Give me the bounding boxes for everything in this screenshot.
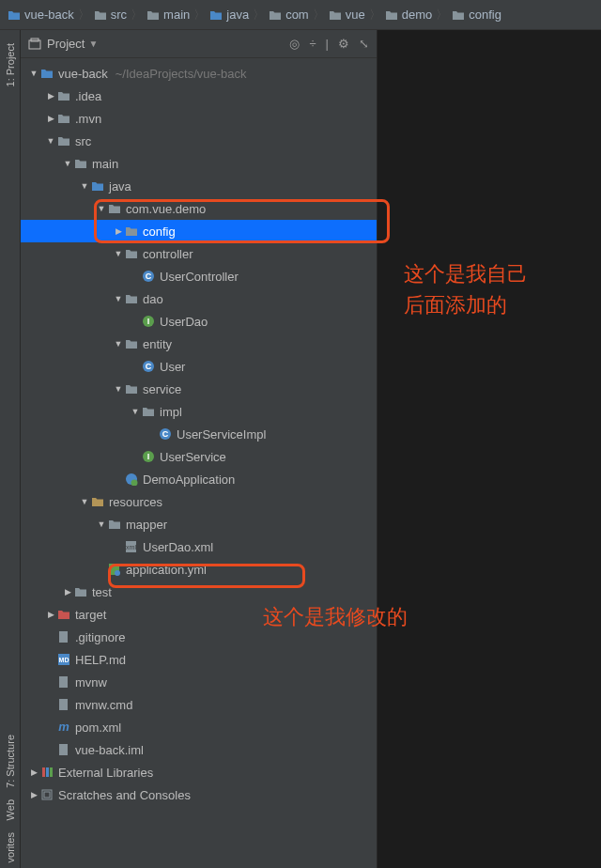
chevron-right-icon[interactable]: ▶ (28, 767, 39, 777)
chevron-right-icon[interactable]: ▶ (62, 587, 73, 597)
tree-label: src (75, 134, 91, 148)
tree-label: mvnw (75, 675, 107, 690)
project-panel-header: Project ▼ ◎ ÷ | ⚙ ⤡ (21, 30, 377, 58)
userdao-xml[interactable]: ▶xmlUserDao.xml (21, 535, 377, 558)
chevron-down-icon[interactable]: ▼ (113, 249, 124, 258)
chevron-down-icon[interactable]: ▼ (96, 519, 107, 529)
svg-rect-26 (46, 767, 49, 777)
iml[interactable]: ▶vue-back.iml (21, 738, 377, 761)
help-md[interactable]: ▶MDHELP.md (21, 648, 377, 671)
userserviceimpl[interactable]: ▶CUserServiceImpl (21, 423, 377, 445)
controller-package[interactable]: ▼controller (21, 242, 377, 265)
svg-point-17 (115, 570, 120, 576)
breadcrumb-item[interactable]: main (146, 8, 190, 22)
main-folder[interactable]: ▼main (21, 152, 377, 175)
user-class[interactable]: ▶CUser (21, 355, 377, 378)
svg-rect-24 (59, 744, 68, 755)
demoapp[interactable]: ▶DemoApplication (21, 468, 377, 490)
interface-icon: I (141, 450, 156, 463)
project-panel-title[interactable]: Project (47, 37, 85, 51)
breadcrumb-item[interactable]: vue-back (8, 8, 74, 22)
settings-button[interactable]: ⚙ (338, 37, 349, 51)
tree-label: java (109, 179, 131, 194)
tree-label: vue-back.iml (75, 743, 144, 757)
chevron-down-icon[interactable]: ▼ (79, 181, 90, 191)
scratches[interactable]: ▶Scratches and Consoles (21, 783, 377, 806)
chevron-down-icon[interactable]: ▼ (79, 497, 90, 506)
package-icon (124, 383, 139, 395)
service-package[interactable]: ▼service (21, 378, 377, 400)
svg-text:C: C (146, 271, 152, 281)
breadcrumb-item[interactable]: demo (385, 8, 433, 22)
userservice[interactable]: ▶IUserService (21, 445, 377, 468)
chevron-right-icon[interactable]: ▶ (45, 610, 56, 619)
breadcrumb-item[interactable]: java (209, 8, 249, 22)
dao-package[interactable]: ▼dao (21, 287, 377, 310)
tree-label: mvnw.cmd (75, 698, 132, 712)
tree-label: UserServiceImpl (177, 427, 266, 442)
svg-text:C: C (162, 429, 169, 439)
mapper-folder[interactable]: ▼mapper (21, 513, 377, 535)
folder-icon (8, 9, 21, 21)
mvnw-cmd[interactable]: ▶mvnw.cmd (21, 693, 377, 716)
gitignore[interactable]: ▶.gitignore (21, 626, 377, 648)
breadcrumb-item[interactable]: config (452, 8, 501, 22)
chevron-down-icon[interactable]: ▼ (88, 39, 98, 49)
chevron-down-icon[interactable]: ▼ (113, 384, 124, 394)
project-tree[interactable]: ▼vue-back~/IdeaProjects/vue-back▶.idea▶.… (21, 58, 377, 868)
pom-xml[interactable]: ▶mpom.xml (21, 716, 377, 738)
breadcrumb-separator: 〉 (193, 7, 206, 23)
project-panel: Project ▼ ◎ ÷ | ⚙ ⤡ ▼vue-back~/IdeaProje… (21, 30, 378, 868)
folder-icon (209, 9, 223, 21)
chevron-down-icon[interactable]: ▼ (113, 294, 124, 303)
chevron-right-icon[interactable]: ▶ (113, 226, 124, 236)
folder-icon (269, 9, 282, 21)
java-folder[interactable]: ▼java (21, 175, 377, 197)
root-module[interactable]: ▼vue-back~/IdeaProjects/vue-back (21, 62, 377, 85)
usercontroller[interactable]: ▶CUserController (21, 265, 377, 287)
entity-package[interactable]: ▼entity (21, 333, 377, 355)
svg-text:xml: xml (126, 544, 136, 550)
idea-folder[interactable]: ▶.idea (21, 85, 377, 107)
locate-button[interactable]: ◎ (289, 37, 300, 51)
breadcrumb-item[interactable]: vue (329, 8, 365, 22)
file-icon (56, 630, 71, 643)
mvnw[interactable]: ▶mvnw (21, 671, 377, 693)
package-icon (124, 338, 139, 349)
impl-package[interactable]: ▼impl (21, 400, 377, 423)
tree-label: dao (143, 292, 163, 306)
ext-libs[interactable]: ▶External Libraries (21, 761, 377, 783)
chevron-down-icon[interactable]: ▼ (62, 159, 73, 168)
src-folder[interactable]: ▼src (21, 130, 377, 152)
chevron-right-icon[interactable]: ▶ (28, 790, 39, 799)
chevron-down-icon[interactable]: ▼ (28, 69, 39, 78)
svg-text:I: I (147, 317, 150, 326)
tab-project[interactable]: 1: Project (5, 38, 16, 92)
tree-label: config (143, 225, 176, 239)
chevron-down-icon[interactable]: ▼ (113, 339, 124, 349)
tab-favorites[interactable]: vorites (5, 827, 16, 868)
breadcrumb-separator: 〉 (78, 7, 90, 23)
target-folder[interactable]: ▶target (21, 603, 377, 626)
tree-label: .gitignore (75, 630, 125, 644)
config-package[interactable]: ▶config (21, 220, 377, 242)
tab-structure[interactable]: 7: Structure (5, 729, 16, 794)
excluded-icon (56, 609, 71, 620)
test-folder[interactable]: ▶test (21, 581, 377, 603)
chevron-down-icon[interactable]: ▼ (130, 407, 141, 416)
hide-button[interactable]: ⤡ (359, 37, 369, 51)
breadcrumb-item[interactable]: com (269, 8, 309, 22)
chevron-right-icon[interactable]: ▶ (45, 91, 56, 101)
chevron-down-icon[interactable]: ▼ (45, 136, 56, 146)
package-com[interactable]: ▼com.vue.demo (21, 197, 377, 220)
tree-label: vue-back (58, 67, 108, 81)
expand-button[interactable]: ÷ (309, 37, 316, 51)
chevron-down-icon[interactable]: ▼ (96, 204, 107, 213)
mvn-folder[interactable]: ▶.mvn (21, 107, 377, 130)
tab-web[interactable]: Web (5, 794, 16, 826)
chevron-right-icon[interactable]: ▶ (45, 114, 56, 123)
app-yml[interactable]: ▶application.yml (21, 558, 377, 581)
breadcrumb-item[interactable]: src (94, 8, 127, 22)
resources-folder[interactable]: ▼resources (21, 490, 377, 513)
userdao[interactable]: ▶IUserDao (21, 310, 377, 333)
